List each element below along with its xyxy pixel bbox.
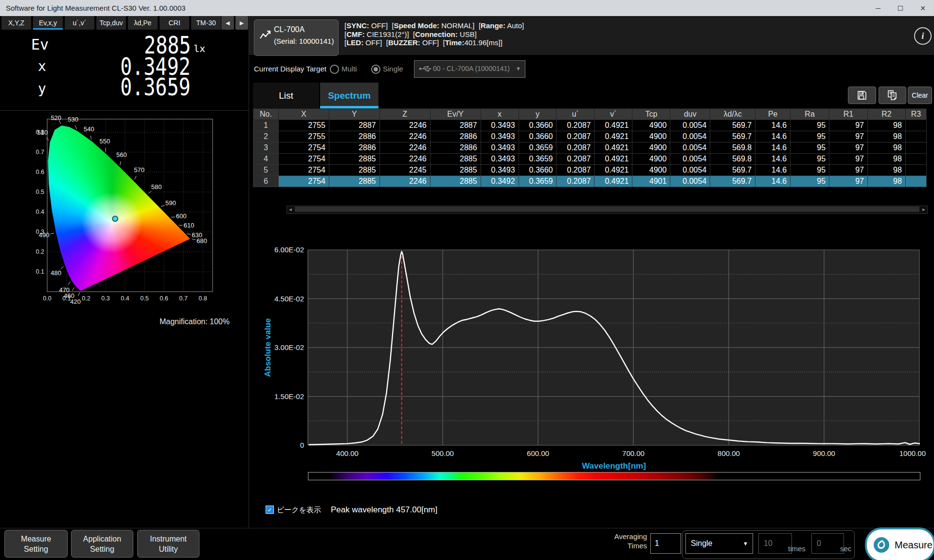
value-cell[interactable]: 4900 <box>632 120 670 131</box>
value-cell[interactable]: 4901 <box>632 176 670 187</box>
value-cell[interactable]: 14.6 <box>755 154 790 165</box>
value-cell[interactable] <box>905 154 926 165</box>
value-cell[interactable]: 0.3659 <box>519 142 557 154</box>
value-cell[interactable]: 2886 <box>430 131 481 142</box>
value-cell[interactable]: 2886 <box>430 142 481 154</box>
value-cell[interactable]: 0.3492 <box>481 176 519 187</box>
value-cell[interactable]: 95 <box>790 131 829 142</box>
value-cell[interactable]: 2885 <box>329 165 379 176</box>
tab-TM-30[interactable]: TM-30 <box>191 16 221 30</box>
value-cell[interactable]: 0.2087 <box>557 131 594 142</box>
value-cell[interactable]: 0.0054 <box>670 142 710 154</box>
value-cell[interactable]: 98 <box>867 176 905 187</box>
value-cell[interactable]: 4900 <box>632 142 670 154</box>
value-cell[interactable]: 569.7 <box>710 176 755 187</box>
scrollbar-thumb[interactable] <box>295 207 919 212</box>
value-cell[interactable]: 2246 <box>379 131 430 142</box>
peak-checkbox-label[interactable]: ピークを表示 <box>277 506 321 515</box>
value-cell[interactable]: 0.0054 <box>670 176 710 187</box>
row-number-cell[interactable]: 4 <box>253 154 279 165</box>
tab-CRI[interactable]: CRI <box>160 16 189 30</box>
value-cell[interactable]: 569.7 <box>710 120 755 131</box>
value-cell[interactable]: 0.4921 <box>594 142 632 154</box>
radio-single[interactable] <box>371 65 380 74</box>
value-cell[interactable]: 2754 <box>278 165 329 176</box>
mode-select[interactable]: Single ▼ <box>685 533 753 554</box>
value-cell[interactable]: 2885 <box>430 154 481 165</box>
radio-multi-label[interactable]: Multi <box>341 65 357 73</box>
value-cell[interactable]: 14.6 <box>755 165 790 176</box>
value-cell[interactable]: 95 <box>790 154 829 165</box>
value-cell[interactable]: 97 <box>829 131 868 142</box>
measure-button[interactable]: Measure <box>865 527 934 560</box>
value-cell[interactable]: 0.2087 <box>557 142 594 154</box>
maximize-icon[interactable]: ☐ <box>889 0 912 16</box>
value-cell[interactable]: 98 <box>867 154 905 165</box>
table-row[interactable]: 327542886224628860.34930.36590.20870.492… <box>253 142 927 154</box>
value-cell[interactable]: 2245 <box>379 165 430 176</box>
value-cell[interactable]: 95 <box>790 120 829 131</box>
row-number-cell[interactable]: 5 <box>253 165 279 176</box>
value-cell[interactable] <box>905 142 926 154</box>
row-number-cell[interactable]: 1 <box>253 120 279 131</box>
table-row[interactable]: 527542885224528850.34930.36600.20870.492… <box>253 165 927 176</box>
scroll-right-icon[interactable]: ► <box>920 206 927 212</box>
value-cell[interactable]: 95 <box>790 176 829 187</box>
value-cell[interactable]: 0.3493 <box>481 142 519 154</box>
value-cell[interactable]: 2755 <box>278 120 329 131</box>
value-cell[interactable]: 2754 <box>278 154 329 165</box>
value-cell[interactable]: 0.4921 <box>594 120 632 131</box>
tab-list[interactable]: List <box>253 83 319 108</box>
value-cell[interactable]: 2755 <box>278 131 329 142</box>
value-cell[interactable]: 2885 <box>329 176 379 187</box>
peak-display-checkbox[interactable]: ✓ <box>266 506 274 514</box>
value-cell[interactable]: 4900 <box>632 154 670 165</box>
value-cell[interactable]: 2246 <box>379 142 430 154</box>
row-number-cell[interactable]: 2 <box>253 131 279 142</box>
value-cell[interactable]: 0.3493 <box>481 131 519 142</box>
radio-single-label[interactable]: Single <box>383 65 403 73</box>
table-horizontal-scrollbar[interactable]: ◄ ► <box>287 206 928 214</box>
table-row[interactable]: 427542885224628850.34930.36590.20870.492… <box>253 154 927 165</box>
value-cell[interactable]: 98 <box>867 120 905 131</box>
value-cell[interactable] <box>905 176 926 187</box>
value-cell[interactable]: 0.2087 <box>557 120 594 131</box>
copy-button[interactable] <box>879 87 906 104</box>
value-cell[interactable]: 4900 <box>632 165 670 176</box>
save-button[interactable] <box>848 87 876 104</box>
measure-setting-button[interactable]: Measure Setting <box>4 530 68 558</box>
table-row[interactable]: 227552886224628860.34930.36600.20870.492… <box>253 131 927 142</box>
value-cell[interactable]: 2885 <box>430 176 481 187</box>
value-cell[interactable]: 2885 <box>329 154 379 165</box>
value-cell[interactable]: 0.4921 <box>594 176 632 187</box>
tab-Tcp,duv[interactable]: Tcp,duv <box>96 16 126 30</box>
value-cell[interactable]: 2754 <box>278 176 329 187</box>
value-cell[interactable]: 2246 <box>379 176 430 187</box>
averaging-times-input[interactable]: 1 <box>650 533 681 554</box>
value-cell[interactable]: 0.3493 <box>481 165 519 176</box>
tabs-prev-arrow-icon[interactable]: ◀ <box>221 16 234 30</box>
value-cell[interactable]: 0.0054 <box>670 120 710 131</box>
value-cell[interactable]: 2887 <box>430 120 481 131</box>
value-cell[interactable]: 2886 <box>329 142 379 154</box>
tab-X,Y,Z[interactable]: X,Y,Z <box>1 16 31 30</box>
value-cell[interactable] <box>905 165 926 176</box>
value-cell[interactable]: 0.3660 <box>519 131 557 142</box>
value-cell[interactable]: 569.7 <box>710 131 755 142</box>
row-number-cell[interactable]: 6 <box>253 176 279 187</box>
tab-λd,Pe[interactable]: λd,Pe <box>128 16 158 30</box>
value-cell[interactable]: 98 <box>867 165 905 176</box>
value-cell[interactable]: 2886 <box>329 131 379 142</box>
value-cell[interactable]: 97 <box>829 120 868 131</box>
tabs-next-arrow-icon[interactable]: ▶ <box>235 16 248 30</box>
instrument-utility-button[interactable]: Instrument Utility <box>137 530 199 558</box>
value-cell[interactable]: 98 <box>867 142 905 154</box>
table-row[interactable]: 627542885224628850.34920.36590.20870.492… <box>253 176 927 187</box>
device-select-dropdown[interactable]: 00 - CL-700A (10000141) ▼ <box>414 60 525 78</box>
tab-Ev,x,y[interactable]: Ev,x,y <box>33 16 63 30</box>
value-cell[interactable]: 95 <box>790 142 829 154</box>
value-cell[interactable]: 0.4921 <box>594 131 632 142</box>
value-cell[interactable]: 0.3493 <box>481 154 519 165</box>
close-icon[interactable]: ✕ <box>912 0 934 16</box>
value-cell[interactable]: 95 <box>790 165 829 176</box>
